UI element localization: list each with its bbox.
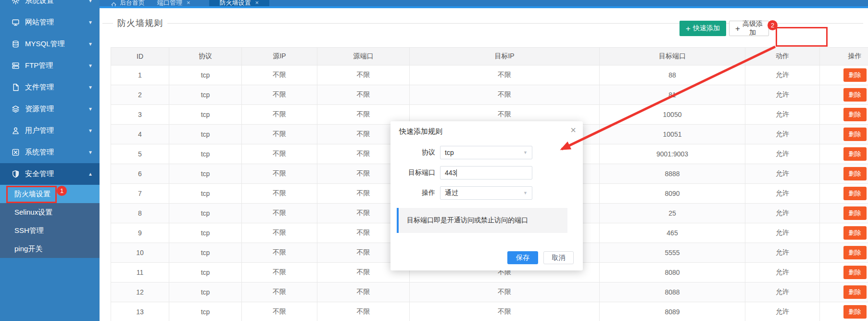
cell-action: 允许: [745, 302, 820, 321]
tab-home[interactable]: 后台首页: [104, 0, 151, 6]
cell-id: 2: [111, 85, 169, 105]
sidebar-item-resources[interactable]: 资源管理 ▼: [0, 98, 100, 120]
cell-action: 允许: [745, 282, 820, 302]
cell-operation: 删除: [820, 184, 868, 204]
sidebar-subitem-ssh[interactable]: SSH管理: [0, 221, 100, 240]
delete-button[interactable]: 删除: [843, 108, 867, 121]
delete-button[interactable]: 删除: [843, 187, 867, 200]
tab-ports[interactable]: 端口管理 ×: [151, 0, 197, 6]
column-header: 目标IP: [410, 48, 600, 65]
sidebar-subitem-firewall[interactable]: 防火墙设置: [0, 185, 100, 203]
close-icon[interactable]: ×: [570, 125, 576, 135]
chevron-down-icon: ▼: [523, 150, 528, 155]
table-header-row: ID协议源IP源端口目标IP目标端口动作操作: [111, 48, 868, 65]
shield-icon: [12, 170, 20, 178]
delete-button[interactable]: 删除: [843, 206, 867, 220]
layers-icon: [12, 105, 20, 113]
tab-label: 端口管理: [157, 0, 182, 6]
cell-id: 8: [111, 204, 169, 223]
modal-header: 快速添加规则 ×: [390, 121, 583, 141]
delete-button[interactable]: 删除: [843, 147, 867, 161]
advanced-add-label: 高级添加: [742, 20, 763, 37]
cell-operation: 删除: [820, 164, 868, 184]
cell-operation: 删除: [820, 302, 868, 321]
tab-close-icon[interactable]: ×: [187, 0, 190, 6]
cell-protocol: tcp: [169, 204, 242, 223]
sidebar-item-system[interactable]: 系统管理 ▼: [0, 141, 100, 163]
table-row: 13 tcp 不限 不限 不限 8089 允许 删除: [111, 302, 868, 321]
sidebar-subitem-ping[interactable]: ping开关: [0, 240, 100, 258]
tab-firewall[interactable]: 防火墙设置 ×: [209, 0, 270, 6]
cell-action: 允许: [745, 65, 820, 85]
cell-dst-port: 465: [600, 223, 745, 243]
advanced-add-button[interactable]: + 高级添加: [729, 21, 769, 36]
delete-button[interactable]: 删除: [843, 285, 867, 299]
column-header: 源端口: [317, 48, 410, 65]
column-header: 协议: [169, 48, 242, 65]
cell-action: 允许: [745, 85, 820, 105]
tab-close-icon[interactable]: ×: [255, 0, 259, 6]
cell-operation: 删除: [820, 204, 868, 223]
app: 系统设置 ▼ 网站管理 ▼ MYSQL管理 ▼ FTP管理 ▼ 文件管理 ▼ 资…: [0, 0, 868, 321]
cell-src-ip: 不限: [242, 302, 317, 321]
target-port-input[interactable]: 443: [440, 166, 532, 180]
sidebar-item-mysql[interactable]: MYSQL管理 ▼: [0, 33, 100, 55]
cancel-button[interactable]: 取消: [543, 251, 574, 264]
sidebar: 系统设置 ▼ 网站管理 ▼ MYSQL管理 ▼ FTP管理 ▼ 文件管理 ▼ 资…: [0, 0, 100, 321]
sidebar-item-ftp[interactable]: FTP管理 ▼: [0, 55, 100, 77]
cell-protocol: tcp: [169, 282, 242, 302]
sidebar-item-security[interactable]: 安全管理 ▲: [0, 163, 100, 185]
cell-src-ip: 不限: [242, 263, 317, 282]
cell-id: 12: [111, 282, 169, 302]
quick-add-button[interactable]: + 快速添加: [679, 21, 726, 36]
cell-dst-port: 8088: [600, 282, 745, 302]
action-select[interactable]: 通过 ▼: [440, 186, 532, 200]
tabbar-tabs: 后台首页 端口管理 × 防火墙设置 ×: [100, 0, 868, 6]
action-label: 操作: [390, 189, 435, 197]
cell-dst-ip: 不限: [410, 85, 600, 105]
cell-id: 11: [111, 263, 169, 282]
sidebar-item-users[interactable]: 用户管理 ▼: [0, 120, 100, 141]
cell-dst-ip: 不限: [410, 282, 600, 302]
cell-protocol: tcp: [169, 105, 242, 125]
cell-id: 4: [111, 125, 169, 144]
sidebar-item-website[interactable]: 网站管理 ▼: [0, 12, 100, 33]
cell-operation: 删除: [820, 263, 868, 282]
sidebar-submenu: 防火墙设置 Selinux设置 SSH管理 ping开关: [0, 185, 100, 258]
delete-button[interactable]: 删除: [843, 167, 867, 180]
delete-button[interactable]: 删除: [843, 246, 867, 259]
cell-src-port: 不限: [317, 302, 410, 321]
sidebar-item-system-settings[interactable]: 系统设置 ▼: [0, 0, 100, 12]
delete-button[interactable]: 删除: [843, 128, 867, 141]
delete-button[interactable]: 删除: [843, 88, 867, 102]
sidebar-subitem-selinux[interactable]: Selinux设置: [0, 203, 100, 221]
cell-dst-port: 8089: [600, 302, 745, 321]
delete-button[interactable]: 删除: [843, 226, 867, 240]
cell-src-port: 不限: [317, 85, 410, 105]
cell-protocol: tcp: [169, 263, 242, 282]
chevron-icon: ▼: [88, 128, 93, 133]
cell-operation: 删除: [820, 144, 868, 164]
cell-src-ip: 不限: [242, 105, 317, 125]
delete-button[interactable]: 删除: [843, 68, 867, 82]
delete-button[interactable]: 删除: [843, 305, 867, 319]
cell-protocol: tcp: [169, 243, 242, 263]
cell-src-port: 不限: [317, 282, 410, 302]
cell-id: 7: [111, 184, 169, 204]
cell-src-ip: 不限: [242, 204, 317, 223]
save-button[interactable]: 保存: [507, 251, 538, 264]
cell-protocol: tcp: [169, 223, 242, 243]
protocol-select[interactable]: tcp ▼: [440, 146, 532, 159]
cell-src-ip: 不限: [242, 144, 317, 164]
chevron-icon: ▼: [88, 0, 93, 3]
chevron-icon: ▼: [88, 41, 93, 47]
cell-operation: 删除: [820, 105, 868, 125]
cell-action: 允许: [745, 164, 820, 184]
chevron-icon: ▲: [88, 171, 93, 177]
cell-dst-port: 10051: [600, 125, 745, 144]
sidebar-item-files[interactable]: 文件管理 ▼: [0, 77, 100, 98]
column-header: 源IP: [242, 48, 317, 65]
cell-action: 允许: [745, 243, 820, 263]
delete-button[interactable]: 删除: [843, 266, 867, 279]
column-header: 目标端口: [600, 48, 745, 65]
